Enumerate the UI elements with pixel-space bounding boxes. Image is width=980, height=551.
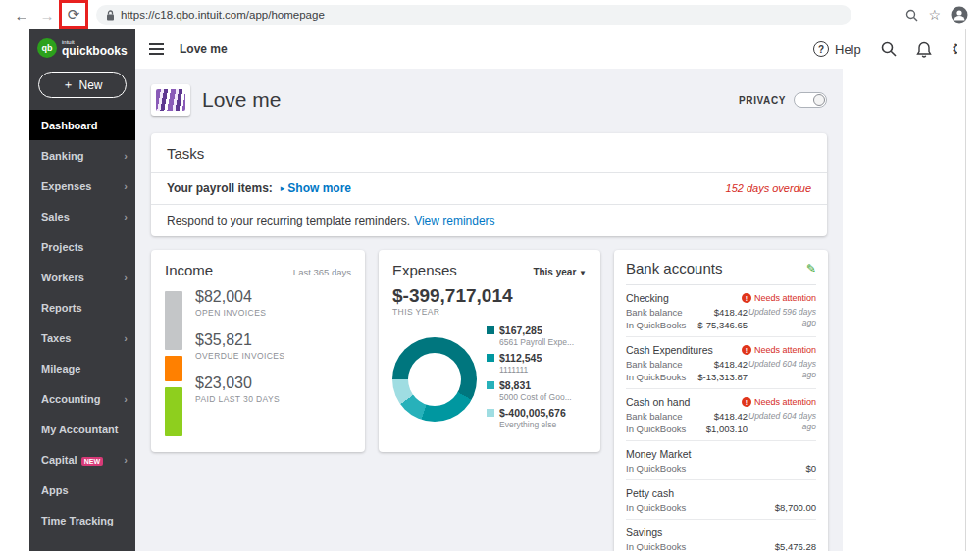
alert-icon: ! — [742, 293, 751, 303]
address-bar[interactable]: https://c18.qbo.intuit.com/app/homepage — [96, 5, 851, 25]
show-more-link[interactable]: Show more — [287, 181, 351, 195]
view-reminders-link[interactable]: View reminders — [414, 214, 494, 227]
sidebar-nav: Dashboard Banking › Expenses › Sales › P… — [29, 110, 135, 535]
tasks-title: Tasks — [151, 133, 827, 172]
needs-attention-badge[interactable]: !Needs attention — [742, 293, 816, 303]
bar-paid-invoices — [165, 387, 182, 436]
legend-item[interactable]: $-400,005,676 Everything else — [487, 407, 587, 429]
bank-account-row[interactable]: Money Market In QuickBooks$0 — [626, 441, 816, 480]
sidebar-item-workers[interactable]: Workers › — [29, 262, 135, 292]
browser-chrome: ← → ⟳ https://c18.qbo.intuit.com/app/hom… — [0, 0, 980, 29]
bar-open-invoices — [165, 291, 182, 350]
chevron-right-icon: › — [124, 211, 128, 223]
browser-back-icon[interactable]: ← — [10, 3, 33, 26]
profile-avatar-icon[interactable] — [951, 6, 968, 24]
chevron-down-icon: ▼ — [579, 269, 587, 277]
brand-name: quickbooks — [62, 45, 128, 57]
outer-right-margin — [966, 29, 980, 551]
expenses-donut-chart[interactable] — [392, 337, 477, 422]
sidebar-item-time-tracking[interactable]: Time Tracking — [29, 505, 135, 535]
legend-item[interactable]: $112,545 1111111 — [487, 352, 587, 375]
sidebar-item-dashboard[interactable]: Dashboard — [29, 110, 135, 140]
bank-account-row[interactable]: Cash Expenditures !Needs attention Bank … — [626, 337, 816, 389]
reminder-text: Respond to your recurring template remin… — [167, 214, 410, 227]
sidebar-item-taxes[interactable]: Taxes › — [29, 323, 135, 353]
browser-forward-icon[interactable]: → — [35, 3, 59, 26]
sidebar-item-expenses[interactable]: Expenses › — [29, 171, 135, 201]
bookmark-star-icon[interactable]: ☆ — [928, 7, 941, 23]
payroll-items-label: Your payroll items: — [167, 181, 273, 195]
legend-swatch — [487, 354, 494, 362]
expenses-total-label: THIS YEAR — [392, 307, 587, 317]
page: ← → ⟳ https://c18.qbo.intuit.com/app/hom… — [0, 0, 980, 551]
privacy-label: PRIVACY — [739, 95, 786, 106]
overdue-badge: 152 days overdue — [726, 182, 811, 194]
browser-reload-icon[interactable]: ⟳ — [62, 3, 85, 26]
income-row-open[interactable]: $82,004 OPEN INVOICES — [195, 288, 284, 318]
legend-item[interactable]: $167,285 6561 Payroll Expe... — [487, 325, 587, 347]
bank-account-row[interactable]: Savings In QuickBooks$5,476.28 — [626, 520, 816, 551]
hamburger-menu-icon[interactable] — [149, 43, 164, 55]
sidebar-item-sales[interactable]: Sales › — [29, 201, 135, 231]
dashboard-content: Love me PRIVACY Tasks Your payroll items… — [135, 69, 843, 551]
help-button[interactable]: ? Help — [813, 41, 861, 57]
sidebar-item-mileage[interactable]: Mileage — [29, 353, 135, 383]
tasks-card: Tasks Your payroll items: ▸ Show more 15… — [151, 133, 827, 236]
expenses-legend: $167,285 6561 Payroll Expe... $112,545 1… — [487, 325, 587, 434]
triangle-right-icon: ▸ — [281, 183, 285, 193]
bank-accounts-title: Bank accounts — [626, 260, 722, 276]
notifications-bell-icon[interactable] — [916, 41, 932, 58]
company-avatar[interactable] — [151, 84, 190, 116]
updated-timestamp: Updated 596 days ago — [748, 307, 816, 330]
main-area: Love me ? Help ⚙ — [135, 29, 966, 551]
bar-overdue-invoices — [165, 356, 182, 381]
topbar-company-name: Love me — [180, 42, 228, 56]
sidebar-item-accounting[interactable]: Accounting › — [29, 383, 135, 414]
expenses-total: $-399,717,014 — [392, 285, 587, 307]
sidebar-item-capital[interactable]: CapitalNEW › — [29, 444, 135, 475]
new-button[interactable]: ＋ New — [38, 72, 127, 98]
sidebar-item-banking[interactable]: Banking › — [29, 140, 135, 171]
zoom-icon[interactable] — [905, 9, 918, 22]
needs-attention-badge[interactable]: !Needs attention — [742, 397, 816, 407]
settings-gear-icon[interactable]: ⚙ — [952, 39, 957, 60]
income-bar-chart — [165, 291, 182, 436]
income-title: Income — [165, 262, 213, 278]
privacy-toggle[interactable] — [794, 92, 827, 108]
alert-icon: ! — [742, 397, 751, 407]
expenses-period-dropdown[interactable]: This year ▼ — [533, 267, 587, 277]
sidebar-item-my-accountant[interactable]: My Accountant — [29, 414, 135, 444]
qb-logo-icon: qb — [37, 38, 57, 58]
chevron-right-icon: › — [124, 150, 128, 162]
legend-item[interactable]: $8,831 5000 Cost of Goo... — [487, 379, 587, 402]
bank-account-row[interactable]: Checking !Needs attention Bank balanceIn… — [626, 285, 816, 337]
bank-accounts-card: Bank accounts ✎ Checking !Needs attentio… — [614, 250, 828, 551]
legend-swatch — [487, 326, 494, 334]
legend-swatch — [487, 409, 494, 417]
help-icon: ? — [813, 41, 829, 57]
chevron-right-icon: › — [124, 272, 128, 283]
sidebar-item-apps[interactable]: Apps — [29, 475, 135, 505]
income-card[interactable]: Income Last 365 days — [151, 250, 365, 452]
quickbooks-logo[interactable]: qb intuit quickbooks — [29, 29, 135, 60]
income-period: Last 365 days — [293, 267, 351, 277]
updated-timestamp: Updated 604 days ago — [748, 411, 816, 434]
search-icon[interactable] — [881, 41, 897, 57]
needs-attention-badge[interactable]: !Needs attention — [742, 345, 816, 355]
url-text: https://c18.qbo.intuit.com/app/homepage — [121, 9, 325, 21]
bank-account-row[interactable]: Petty cash In QuickBooks$8,700.00 — [626, 480, 816, 520]
sidebar-item-projects[interactable]: Projects — [29, 231, 135, 262]
app-topbar: Love me ? Help ⚙ — [135, 29, 965, 69]
toggle-knob — [813, 94, 825, 106]
right-whitespace — [843, 69, 965, 551]
bank-account-row[interactable]: Cash on hand !Needs attention Bank balan… — [626, 389, 816, 441]
chevron-right-icon: › — [124, 332, 128, 344]
edit-pencil-icon[interactable]: ✎ — [806, 262, 816, 276]
chevron-right-icon: › — [124, 454, 128, 466]
expenses-card[interactable]: Expenses This year ▼ $-399,717,014 THIS … — [379, 250, 600, 452]
income-row-overdue[interactable]: $35,821 OVERDUE INVOICES — [195, 331, 284, 361]
income-row-paid[interactable]: $23,030 PAID LAST 30 DAYS — [195, 375, 284, 404]
sidebar-item-reports[interactable]: Reports — [29, 292, 135, 323]
new-badge: NEW — [81, 457, 103, 466]
company-header: Love me PRIVACY — [151, 75, 827, 125]
